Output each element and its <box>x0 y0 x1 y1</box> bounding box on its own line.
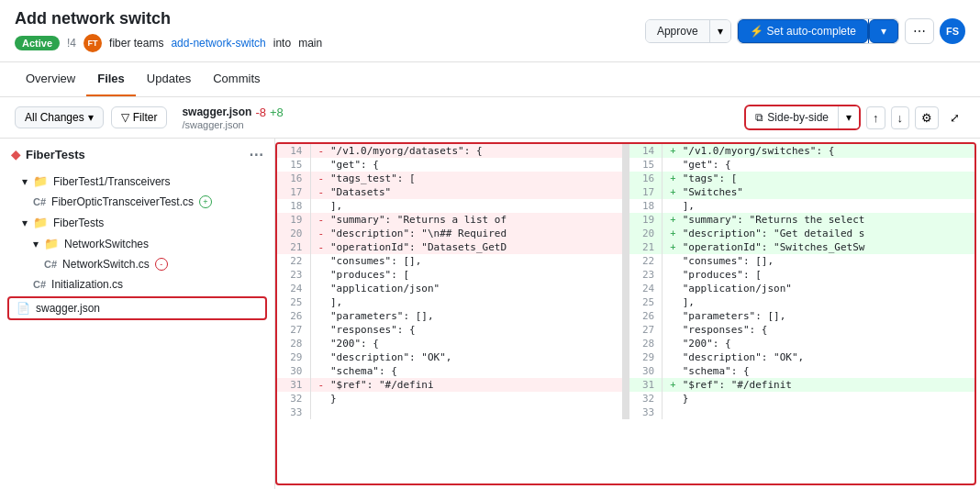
right-marker: + <box>670 172 675 184</box>
sidebar-file-label: swagger.json <box>36 302 100 315</box>
diff-row: 20- "description": "\n## Required20+ "de… <box>277 227 974 240</box>
right-marker: + <box>670 145 675 157</box>
left-marker: - <box>318 172 324 184</box>
left-code: "produces": [ <box>323 268 622 282</box>
left-line-num: 28 <box>277 337 310 350</box>
diff-row: 28 "200": {28 "200": { <box>277 337 974 350</box>
scroll-up-button[interactable]: ↑ <box>866 106 885 129</box>
sidebar-item-fibertests[interactable]: ▾ 📁 FiberTests <box>0 212 274 233</box>
folder-icon: 📁 <box>44 237 59 250</box>
sidebar-folder-label: FiberTests <box>53 217 104 229</box>
diff-row: 14- "/v1.0/myorg/datasets": {14+ "/v1.0/… <box>277 144 974 158</box>
right-code: ], <box>675 199 974 213</box>
csharp-icon: C# <box>44 259 57 270</box>
chevron-down-icon: ▾ <box>88 111 94 124</box>
expand-button[interactable]: ⤢ <box>944 107 965 128</box>
sidebar-item-swagger[interactable]: 📄 swagger.json <box>9 298 265 318</box>
sidebar-item-fibertest1[interactable]: ▾ 📁 FiberTest1/Transceivers <box>0 171 274 192</box>
left-line-num: 33 <box>277 406 310 419</box>
left-marker: - <box>318 228 324 239</box>
right-marker <box>670 338 675 350</box>
left-marker <box>318 393 324 405</box>
left-line-num: 20 <box>277 227 310 240</box>
tab-commits[interactable]: Commits <box>202 62 271 96</box>
more-options-button[interactable]: ⋯ <box>905 18 934 44</box>
left-code: "description": "OK", <box>323 350 622 364</box>
pr-number: !4 <box>67 37 76 50</box>
left-line-num: 16 <box>277 172 310 185</box>
right-code: "200": { <box>675 337 974 350</box>
diamond-icon: ◆ <box>11 148 20 161</box>
header-meta: Active !4 FT fiber teams add-network-swi… <box>15 34 322 52</box>
left-marker: - <box>318 379 324 391</box>
right-marker: + <box>670 186 675 198</box>
left-marker <box>318 351 324 363</box>
sidebar-item-initialization[interactable]: C# Initialization.cs <box>0 274 274 295</box>
diff-row: 30 "schema": {30 "schema": { <box>277 364 974 378</box>
right-marker <box>670 283 675 295</box>
sidebar-more-button[interactable]: ⋯ <box>249 146 263 163</box>
tab-updates[interactable]: Updates <box>136 62 202 96</box>
right-code: ], <box>675 295 974 309</box>
tab-files[interactable]: Files <box>86 62 136 96</box>
left-line-num: 23 <box>277 268 310 282</box>
left-line-num: 29 <box>277 350 310 364</box>
right-marker <box>670 365 675 377</box>
autocomplete-button[interactable]: ⚡ Set auto-complete <box>738 19 868 43</box>
right-code: "description": "OK", <box>675 350 974 364</box>
scroll-down-button[interactable]: ↓ <box>891 106 910 129</box>
diff-divider <box>622 364 629 378</box>
toolbar-right: ⧉ Side-by-side ▾ ↑ ↓ ⚙ ⤢ <box>744 105 965 130</box>
branch-arrow: into <box>273 37 291 50</box>
right-code: "parameters": [], <box>675 309 974 323</box>
side-by-side-button[interactable]: ⧉ Side-by-side <box>746 107 838 128</box>
diff-row: 23 "produces": [23 "produces": [ <box>277 268 974 282</box>
add-badge: + <box>199 195 212 208</box>
right-code: "consumes": [], <box>675 254 974 268</box>
all-changes-label: All Changes <box>25 111 84 124</box>
right-line-num: 30 <box>629 364 663 378</box>
split-view-icon: ⧉ <box>755 111 763 124</box>
diff-divider <box>622 350 629 364</box>
diff-divider <box>622 378 629 392</box>
sidebar-item-networkswitches[interactable]: ▾ 📁 NetworkSwitches <box>0 233 274 254</box>
diff-divider <box>622 199 629 213</box>
file-path: /swagger.json <box>182 119 283 130</box>
diff-view[interactable]: 14- "/v1.0/myorg/datasets": {14+ "/v1.0/… <box>275 142 976 485</box>
sidebar-item-fiberoptic[interactable]: C# FiberOpticTransceiverTest.cs + <box>0 192 274 212</box>
left-line-num: 14 <box>277 144 310 158</box>
right-code: "operationId": "Switches_GetSw <box>675 240 974 254</box>
diff-settings-button[interactable]: ⚙ <box>915 106 939 129</box>
diff-divider <box>622 282 629 295</box>
approve-button[interactable]: Approve <box>646 20 709 42</box>
left-marker <box>318 406 324 418</box>
all-changes-dropdown[interactable]: All Changes ▾ <box>15 106 104 128</box>
diff-row: 29 "description": "OK",29 "description":… <box>277 350 974 364</box>
tab-overview[interactable]: Overview <box>15 62 86 96</box>
right-code: "summary": "Returns the select <box>675 213 974 227</box>
right-line-num: 25 <box>629 295 663 309</box>
sidebar-title: FiberTests <box>26 148 85 161</box>
approve-dropdown[interactable]: ▾ <box>710 20 730 42</box>
right-marker <box>670 393 675 405</box>
branch-from[interactable]: add-network-switch <box>171 37 265 50</box>
left-line-num: 22 <box>277 254 310 268</box>
left-code: "Datasets" <box>323 185 622 199</box>
left-line-num: 32 <box>277 392 310 406</box>
diff-divider <box>622 185 629 199</box>
side-by-side-dropdown[interactable]: ▾ <box>839 106 859 128</box>
left-marker <box>318 310 324 322</box>
status-badge: Active <box>15 36 60 50</box>
left-code: ], <box>323 295 622 309</box>
left-marker: - <box>318 241 324 253</box>
filter-button[interactable]: ▽ Filter <box>111 106 168 128</box>
left-code: "responses": { <box>323 323 622 337</box>
diff-row: 31- "$ref": "#/defini31+ "$ref": "#/defi… <box>277 378 974 392</box>
right-line-num: 19 <box>629 213 663 227</box>
right-marker <box>670 296 675 308</box>
autocomplete-dropdown[interactable]: ▾ <box>869 19 898 43</box>
diff-divider <box>622 240 629 254</box>
sidebar-item-networkswitch[interactable]: C# NetworkSwitch.cs - <box>0 254 274 274</box>
folder-icon: 📁 <box>33 174 48 188</box>
left-code: "parameters": [], <box>323 309 622 323</box>
